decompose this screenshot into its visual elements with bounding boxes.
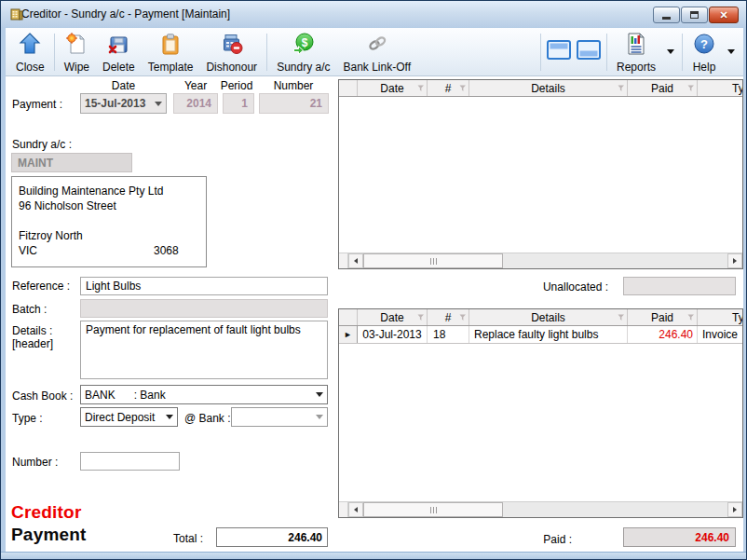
reports-button[interactable]: Reports bbox=[610, 29, 662, 75]
toolbar: Close Wipe bbox=[6, 28, 743, 76]
row-indicator: ► bbox=[339, 326, 358, 343]
delete-button[interactable]: Delete bbox=[96, 29, 142, 75]
column-header-details[interactable]: Details bbox=[469, 309, 628, 325]
address-postcode: 3068 bbox=[154, 244, 179, 257]
address-state: VIC bbox=[19, 244, 37, 257]
column-filter-icon bbox=[687, 314, 695, 321]
sundry-dollar-icon: $ bbox=[292, 32, 316, 60]
allocation-row[interactable]: ► 03-Jul-2013 18 Replace faulty light bu… bbox=[339, 326, 742, 344]
payment-date-combo[interactable]: 15-Jul-2013 bbox=[80, 93, 167, 114]
close-icon: ✕ bbox=[719, 10, 727, 20]
bank-link-icon bbox=[365, 32, 389, 60]
address-city: Fitzroy North bbox=[19, 229, 83, 242]
arrow-right-icon bbox=[733, 258, 737, 264]
scroll-right-button[interactable] bbox=[727, 502, 742, 517]
scrollbar-thumb[interactable] bbox=[363, 253, 503, 268]
details-sublabel: [header] bbox=[12, 337, 53, 350]
window-bottom-view-icon[interactable] bbox=[577, 40, 601, 63]
scrollbar-corner bbox=[339, 502, 348, 517]
cash-book-combo[interactable]: BANK : Bank bbox=[80, 385, 328, 404]
scroll-right-button[interactable] bbox=[727, 253, 742, 268]
address-box: Building Maintenance Pty Ltd 96 Nicholso… bbox=[11, 176, 207, 267]
reports-icon bbox=[625, 32, 647, 60]
batch-input bbox=[80, 299, 328, 318]
toolbar-separator bbox=[266, 34, 267, 71]
delete-disk-icon bbox=[106, 32, 130, 60]
payment-type-combo[interactable]: Direct Deposit bbox=[80, 407, 178, 427]
help-button[interactable]: ? Help bbox=[686, 29, 723, 75]
scroll-left-button[interactable] bbox=[348, 253, 363, 268]
cell-details[interactable]: Replace faulty light bulbs bbox=[469, 326, 628, 343]
close-window-button[interactable]: ✕ bbox=[709, 7, 739, 23]
minimize-icon bbox=[662, 17, 671, 20]
dishonour-register-icon bbox=[220, 32, 244, 60]
year-column-label: Year bbox=[173, 79, 218, 92]
transactions-grid: Date # Details Paid Type bbox=[338, 79, 743, 269]
sundry-account-button[interactable]: $ Sundry a/c bbox=[270, 29, 336, 75]
bank-link-off-button[interactable]: Bank Link-Off bbox=[337, 29, 417, 75]
app-window: Creditor - Sundry a/c - Payment [Maintai… bbox=[0, 0, 747, 560]
column-filter-icon bbox=[459, 314, 467, 321]
type-label: Type : bbox=[12, 412, 43, 425]
scroll-left-button[interactable] bbox=[348, 502, 363, 517]
details-label: Details : bbox=[12, 324, 52, 337]
column-header-date[interactable]: Date bbox=[358, 309, 428, 325]
column-header-details[interactable]: Details bbox=[469, 80, 628, 96]
row-selector-header bbox=[339, 80, 358, 96]
cell-paid[interactable]: 246.40 bbox=[628, 326, 698, 343]
window-bottom-border bbox=[1, 552, 747, 560]
allocations-grid: Date # Details Paid Type ► 03-Jul-2013 1… bbox=[338, 308, 743, 518]
column-header-paid[interactable]: Paid bbox=[628, 80, 698, 96]
help-dropdown-icon[interactable] bbox=[727, 49, 735, 54]
footer-title-payment: Payment bbox=[11, 525, 87, 545]
address-line-1: Building Maintenance Pty Ltd bbox=[19, 184, 163, 198]
column-filter-icon bbox=[417, 314, 425, 321]
cell-date[interactable]: 03-Jul-2013 bbox=[358, 326, 428, 343]
cell-num[interactable]: 18 bbox=[428, 326, 469, 343]
dishonour-button[interactable]: Dishonour bbox=[199, 29, 264, 75]
column-header-type[interactable]: Type bbox=[698, 80, 743, 96]
close-arrow-icon bbox=[18, 32, 42, 60]
cell-type[interactable]: Invoice bbox=[698, 326, 743, 343]
paid-total-field: 246.40 bbox=[623, 527, 736, 547]
batch-label: Batch : bbox=[12, 303, 47, 316]
chevron-down-icon bbox=[316, 392, 323, 397]
template-button[interactable]: Template bbox=[142, 29, 200, 75]
column-header-paid[interactable]: Paid bbox=[628, 309, 698, 325]
address-line-2: 96 Nicholson Street bbox=[19, 199, 116, 212]
chevron-down-icon bbox=[166, 415, 173, 419]
window-top-view-icon[interactable] bbox=[547, 40, 571, 63]
reference-input[interactable]: Light Bulbs bbox=[80, 277, 328, 295]
reference-label: Reference : bbox=[12, 280, 70, 293]
column-filter-icon bbox=[417, 85, 425, 92]
total-field: 246.40 bbox=[216, 527, 328, 547]
wipe-page-icon bbox=[64, 32, 88, 60]
close-button[interactable]: Close bbox=[9, 29, 51, 75]
column-filter-icon bbox=[618, 314, 625, 321]
total-label: Total : bbox=[150, 532, 203, 545]
cash-book-label: Cash Book : bbox=[12, 389, 73, 403]
footer-title-creditor: Creditor bbox=[11, 502, 82, 523]
column-header-num[interactable]: # bbox=[428, 309, 469, 325]
grid-header-row: Date # Details Paid Type bbox=[339, 309, 742, 326]
details-textarea[interactable]: Payment for replacement of fault light b… bbox=[80, 321, 328, 379]
svg-text:?: ? bbox=[700, 37, 708, 51]
scrollbar-thumb[interactable] bbox=[363, 502, 503, 517]
column-header-num[interactable]: # bbox=[428, 80, 469, 96]
maximize-button[interactable] bbox=[681, 7, 708, 23]
scrollbar-track bbox=[503, 253, 727, 268]
column-header-type[interactable]: Type bbox=[698, 309, 743, 325]
cheque-number-input[interactable] bbox=[80, 452, 180, 471]
unallocated-field bbox=[623, 277, 736, 295]
at-bank-combo[interactable] bbox=[231, 407, 328, 427]
sundry-account-field: MAINT bbox=[11, 153, 132, 172]
toolbar-separator bbox=[540, 34, 541, 71]
wipe-button[interactable]: Wipe bbox=[58, 29, 96, 75]
reports-dropdown-icon[interactable] bbox=[667, 49, 674, 54]
minimize-button[interactable] bbox=[653, 7, 680, 23]
column-header-date[interactable]: Date bbox=[358, 80, 428, 96]
number-column-label: Number bbox=[258, 79, 329, 92]
column-filter-icon bbox=[618, 85, 625, 92]
payment-label: Payment : bbox=[12, 98, 62, 111]
cheque-number-label: Number : bbox=[12, 456, 58, 469]
